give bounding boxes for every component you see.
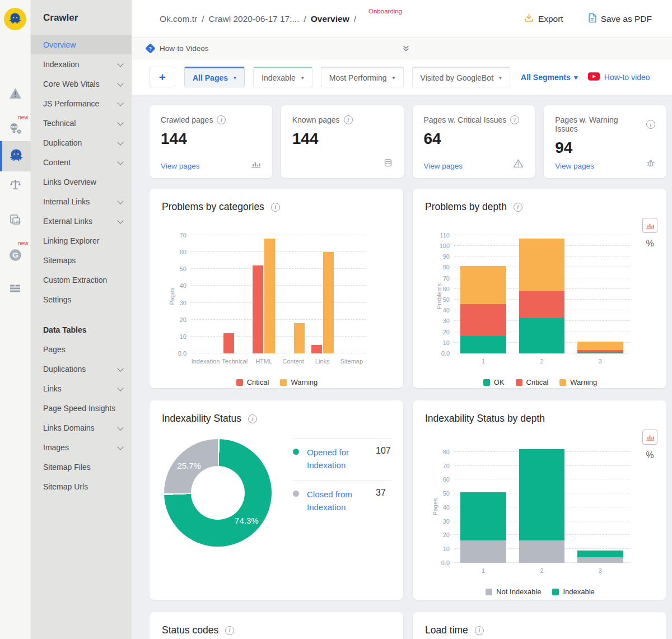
expand-double-chevron-icon[interactable]	[402, 44, 410, 55]
sidebar-item-sitemap-urls[interactable]: Sitemap Urls	[31, 477, 132, 496]
jetoctopus-logo[interactable]	[0, 4, 31, 36]
filter-tab-visited-by-googlebot[interactable]: Visited by GoogleBot▾	[412, 67, 511, 87]
sidebar-item-links[interactable]: Links	[31, 379, 132, 398]
bar-warning	[294, 323, 305, 353]
howto-videos-bar[interactable]: ? How-to Videos	[132, 38, 672, 59]
bar-segment-ok	[460, 336, 506, 353]
breadcrumb-item[interactable]: Overview	[311, 14, 349, 24]
info-icon[interactable]: i	[248, 414, 257, 423]
percent-toggle-button[interactable]: %	[646, 239, 654, 249]
octopus-crawler-icon	[8, 147, 24, 165]
sidebar-item-duplications[interactable]: Duplications	[31, 359, 132, 379]
howto-video-link[interactable]: How-to video	[588, 72, 650, 82]
sidebar-item-duplication[interactable]: Duplication	[31, 133, 132, 152]
sidebar-item-custom-extraction[interactable]: Custom Extraction	[31, 270, 132, 290]
info-icon[interactable]: i	[271, 203, 280, 212]
all-segments-dropdown[interactable]: All Segments▾	[521, 73, 578, 82]
export-button[interactable]: Export	[524, 13, 563, 25]
legend-label: Critical	[526, 378, 549, 386]
stat-card-footer	[292, 158, 393, 170]
rail-item-alerts[interactable]	[0, 83, 31, 105]
rail-item-data-tables[interactable]	[0, 280, 31, 300]
donut-legend-label[interactable]: Opened for Indexation	[307, 446, 371, 472]
info-icon[interactable]: i	[475, 626, 484, 635]
x-axis-labels: 123	[454, 567, 629, 576]
bar-segment-critical	[460, 304, 506, 337]
chart-card-status-codes: Status codesi	[150, 612, 403, 639]
youtube-icon	[588, 72, 600, 82]
chevron-down-icon	[118, 101, 123, 105]
sidebar: Crawler OverviewIndexationCore Web Vital…	[31, 0, 132, 639]
sidebar-item-settings[interactable]: Settings	[31, 290, 132, 309]
info-icon[interactable]: i	[344, 115, 353, 124]
sidebar-item-label: Indexation	[43, 60, 80, 69]
legend-label: Not Indexable	[496, 587, 541, 596]
sidebar-item-links-overview[interactable]: Links Overview	[31, 172, 132, 192]
sidebar-item-label: Images	[43, 443, 69, 452]
sidebar-item-pages[interactable]: Pages	[31, 339, 132, 359]
logs-icon: LOG	[8, 213, 22, 229]
chart-type-toggle-button[interactable]	[642, 218, 657, 233]
y-axis-tick-label: 10	[430, 545, 450, 552]
sidebar-item-images[interactable]: Images	[31, 437, 132, 457]
sidebar-item-core-web-vitals[interactable]: Core Web Vitals	[31, 74, 132, 94]
rail-item-logs[interactable]: LOG	[0, 210, 31, 232]
filter-tab-most-performing[interactable]: Most Performing▾	[321, 67, 404, 87]
sidebar-item-technical[interactable]: Technical	[31, 113, 132, 133]
sidebar-item-links-domains[interactable]: Links Domains	[31, 418, 132, 437]
view-pages-link[interactable]: View pages	[161, 162, 200, 170]
sidebar-item-label: Content	[43, 158, 71, 167]
y-axis-tick-label: 70	[430, 463, 450, 469]
chart-plot-area: 0.0102030405060708090100110Problems	[454, 232, 629, 353]
info-icon[interactable]: i	[646, 120, 655, 129]
sidebar-item-label: Core Web Vitals	[43, 80, 100, 88]
app-window: newSEOLOGnewG Crawler OverviewIndexation…	[0, 0, 672, 639]
rail-item-crawler[interactable]	[0, 141, 31, 171]
stat-card-footer: View pages	[555, 159, 655, 170]
chart-type-toggle-button[interactable]	[642, 430, 657, 445]
sidebar-item-external-links[interactable]: External Links	[31, 211, 132, 231]
bug-icon	[646, 159, 655, 170]
chart-card-problems-by-depth: Problems by depthi%0.0102030405060708090…	[413, 189, 666, 388]
breadcrumb-item[interactable]: Crawl 2020-06-17 17:...	[208, 14, 299, 24]
view-pages-link[interactable]: View pages	[555, 162, 594, 170]
chevron-down-icon	[118, 386, 123, 390]
icon-rail: newSEOLOGnewG	[0, 0, 31, 639]
rail-item-gsc[interactable]: newG	[0, 245, 31, 268]
sidebar-item-page-speed-insights[interactable]: Page Speed Insights	[31, 398, 132, 418]
info-icon[interactable]: i	[225, 626, 234, 635]
sidebar-item-label: Technical	[43, 119, 76, 128]
filter-tab-all-pages[interactable]: All Pages▾	[184, 67, 245, 87]
sidebar-item-overview[interactable]: Overview	[31, 35, 132, 54]
info-icon[interactable]: i	[514, 203, 522, 212]
sidebar-item-content[interactable]: Content	[31, 152, 132, 172]
add-filter-button[interactable]: +	[150, 67, 175, 87]
sidebar-item-js-performance[interactable]: JS Performance	[31, 94, 132, 113]
sidebar-item-sitemap-files[interactable]: Sitemap Files	[31, 457, 132, 477]
legend-swatch	[483, 379, 490, 386]
info-icon[interactable]: i	[510, 115, 519, 124]
stat-card-value: 94	[555, 139, 655, 157]
donut-legend-label[interactable]: Closed from Indexation	[307, 488, 371, 514]
sidebar-item-internal-links[interactable]: Internal Links	[31, 192, 132, 211]
view-pages-link[interactable]: View pages	[424, 162, 463, 170]
rail-item-seo-tools[interactable]: newSEO	[0, 119, 31, 141]
y-axis-tick-label: 80	[430, 449, 450, 455]
bar-segment-not-indexable	[519, 540, 564, 563]
filter-tab-indexable[interactable]: Indexable▾	[253, 67, 312, 87]
sidebar-item-label: Sitemaps	[43, 256, 76, 265]
sidebar-item-linking-explorer[interactable]: Linking Explorer	[31, 231, 132, 250]
sidebar-item-indexation[interactable]: Indexation	[31, 54, 132, 74]
info-icon[interactable]: i	[217, 115, 226, 124]
sidebar-item-sitemaps[interactable]: Sitemaps	[31, 250, 132, 270]
breadcrumb-item[interactable]: Ok.com.tr	[160, 14, 197, 24]
save-pdf-button[interactable]: Save as PDF	[588, 13, 652, 25]
rail-item-comparison[interactable]	[0, 175, 31, 198]
filter-tab-label: All Pages	[193, 73, 228, 82]
stat-card-footer: View pages	[424, 158, 524, 170]
x-axis-labels: 123	[454, 358, 629, 367]
filter-tab-label: Indexable	[262, 73, 296, 82]
percent-toggle-button[interactable]: %	[646, 450, 654, 460]
breadcrumb-separator: /	[202, 14, 204, 24]
gridline	[191, 336, 366, 337]
